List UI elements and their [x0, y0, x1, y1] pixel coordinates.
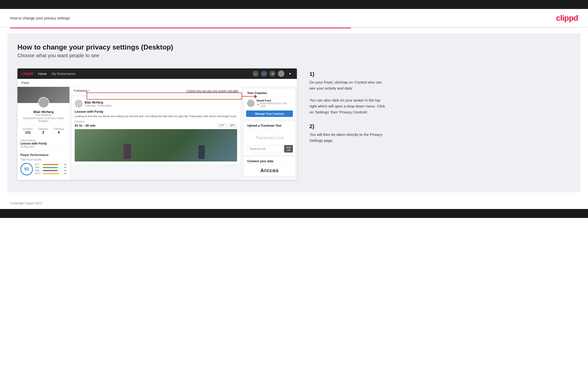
stat-following: Following 4	[54, 128, 64, 134]
app-screenshot: clippd Home My Performance ⌕ 👤 ⊕ ▾ Feed	[17, 68, 297, 180]
stat-followers-value: 3	[38, 130, 49, 134]
logo: clippd	[556, 13, 578, 23]
pin-icon: 📍	[257, 104, 260, 106]
stat-activities-value: 131	[23, 130, 33, 134]
post-description: Looking to feel like my hands are exitin…	[75, 114, 237, 118]
arccos-section: Arccos	[244, 165, 295, 176]
control-privacy-link[interactable]: Control who can see your activity and da…	[187, 89, 238, 92]
post-title: Lesson with Fordy	[75, 110, 237, 113]
instruction-1-text: On your Feed, click/tap on 'Control who …	[309, 79, 387, 115]
post-tag-ott: OTT	[217, 123, 227, 128]
post-duration-row: 01 hr : 30 min OTT APP	[75, 123, 237, 128]
instruction-1-number: 1)	[309, 71, 387, 77]
following-chevron-icon: ▾	[88, 89, 90, 92]
bar-putt: PUTT 96	[35, 172, 66, 175]
sidebar-user-club: Royal North Devon Golf Club, United King…	[20, 117, 66, 122]
trackman-title: Upload a Trackman Test	[244, 121, 295, 130]
player-performance: Player Performance Total Player Quality …	[17, 151, 69, 178]
post-user-name: Blair McHarg	[85, 101, 112, 104]
coaches-title: Your Coaches	[244, 89, 295, 97]
page-title: How to change your privacy settings (Des…	[17, 43, 571, 51]
post-tags: OTT APP	[217, 123, 237, 128]
instruction-2-text: You will then be taken directly to the P…	[309, 132, 387, 144]
feed-header: Following ▾ Control who can see your act…	[70, 87, 242, 95]
post-card: Blair McHarg Yesterday · Sunningdale Les…	[72, 97, 240, 164]
footer: Copyright Clippd 2022	[0, 197, 588, 209]
post-duration-label: Duration	[75, 120, 237, 123]
post-user-details: Blair McHarg Yesterday · Sunningdale	[85, 101, 112, 107]
sidebar-user-name: Blair McHarg	[20, 110, 66, 114]
following-button[interactable]: Following ▾	[74, 89, 90, 93]
post-image	[75, 129, 237, 161]
trackman-placeholder: Trackman Link	[247, 132, 292, 144]
latest-activity-date: 03 Aug 2022	[20, 145, 66, 148]
page-subtitle: Choose what you want people to see	[17, 53, 571, 58]
bar-app-label: APP	[35, 166, 42, 169]
coach-club-text: Royal North Devon Golf Club	[260, 102, 292, 107]
stat-following-value: 4	[54, 130, 64, 134]
quality-score-circle: 92	[20, 163, 33, 175]
search-icon[interactable]: ⌕	[253, 71, 259, 77]
instruction-2-number: 2)	[309, 123, 387, 130]
bar-ott-track	[43, 164, 60, 165]
bottom-bar	[0, 209, 588, 218]
app-screenshot-wrapper: clippd Home My Performance ⌕ 👤 ⊕ ▾ Feed	[17, 68, 297, 180]
sidebar-banner	[17, 87, 69, 103]
instruction-2: 2) You will then be taken directly to th…	[309, 123, 387, 144]
stat-activities-label: Activities	[23, 128, 33, 130]
chevron-down-icon[interactable]: ▾	[287, 71, 293, 77]
app-body: Blair McHarg Plus Handicap Royal North D…	[17, 87, 297, 180]
app-logo: clippd	[21, 71, 33, 76]
stat-followers-label: Followers	[38, 128, 49, 130]
app-nav: clippd Home My Performance ⌕ 👤 ⊕ ▾	[17, 68, 297, 79]
top-bar	[0, 0, 588, 9]
bar-arg: ARG 86	[35, 169, 66, 172]
app-sidebar: Blair McHarg Plus Handicap Royal North D…	[17, 87, 70, 180]
coach-name: David Ford	[257, 99, 292, 102]
bar-putt-fill	[43, 173, 59, 174]
sidebar-stats: Activities 131 Followers 3 Following 4	[17, 125, 69, 137]
main-content: How to change your privacy settings (Des…	[7, 33, 581, 192]
total-quality-label: Total Player Quality	[20, 158, 66, 161]
bar-arg-val: 86	[61, 169, 66, 172]
bar-arg-track	[43, 170, 60, 171]
player-perf-title: Player Performance	[20, 153, 66, 157]
add-link-button[interactable]: Add Link	[284, 145, 293, 153]
trackman-section: Trackman Link Add Link	[244, 130, 295, 155]
nav-item-performance[interactable]: My Performance	[52, 72, 75, 76]
post-user-meta: Yesterday · Sunningdale	[85, 104, 112, 107]
connect-data-title: Connect your data	[244, 157, 295, 165]
header-accent	[10, 28, 578, 28]
bar-app-fill	[43, 167, 58, 168]
post-figure-2	[198, 145, 205, 159]
nav-item-home[interactable]: Home	[38, 72, 47, 76]
latest-activity-label: Latest Activity	[20, 139, 66, 142]
feed-tab[interactable]: Feed	[21, 81, 29, 85]
bar-app: APP 85	[35, 166, 66, 169]
bar-app-track	[43, 167, 60, 168]
bar-arg-label: ARG	[35, 169, 42, 172]
app-feed: Following ▾ Control who can see your act…	[70, 87, 242, 180]
stat-followers: Followers 3	[38, 128, 49, 134]
post-tag-app: APP	[228, 123, 237, 128]
trackman-input[interactable]	[247, 145, 283, 153]
following-label: Following	[74, 89, 87, 93]
post-avatar	[75, 100, 83, 108]
coach-club: 📍 Royal North Devon Golf Club	[257, 102, 292, 107]
plus-icon[interactable]: ⊕	[269, 71, 275, 77]
header: How to change your privacy settings clip…	[0, 9, 588, 28]
coach-row: David Ford 📍 Royal North Devon Golf Club	[244, 97, 295, 109]
two-col-layout: clippd Home My Performance ⌕ 👤 ⊕ ▾ Feed	[17, 68, 571, 180]
manage-coaches-button[interactable]: Manage Your Coaches	[246, 110, 293, 117]
stat-activities: Activities 131	[23, 128, 33, 134]
sidebar-user-badge: Plus Handicap	[20, 114, 66, 116]
bar-app-val: 85	[61, 166, 66, 169]
instructions-panel: 1) On your Feed, click/tap on 'Control w…	[307, 68, 387, 152]
connect-data-card: Connect your data Arccos	[244, 157, 295, 176]
bar-ott-fill	[43, 164, 58, 165]
user-icon[interactable]: 👤	[261, 71, 267, 77]
copyright: Copyright Clippd 2022	[10, 201, 42, 205]
nav-avatar[interactable]	[278, 70, 284, 77]
bar-putt-track	[43, 173, 60, 174]
perf-inner: 92 OTT 90	[20, 163, 66, 175]
